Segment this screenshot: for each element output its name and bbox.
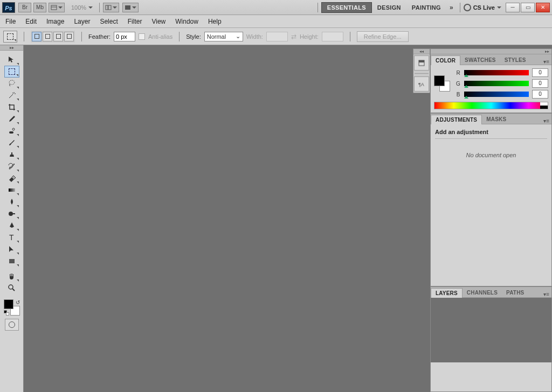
- menu-window[interactable]: Window: [175, 18, 198, 25]
- maximize-button[interactable]: ▭: [521, 3, 535, 12]
- more-workspaces-icon[interactable]: »: [450, 4, 453, 11]
- clone-stamp-tool[interactable]: [4, 149, 19, 160]
- healing-brush-tool[interactable]: [4, 125, 19, 137]
- history-panel-icon[interactable]: [414, 55, 429, 71]
- eraser-tool[interactable]: [4, 172, 19, 184]
- current-tool-preset[interactable]: [3, 31, 17, 43]
- r-value[interactable]: 0: [532, 68, 548, 77]
- color-swatch-pair[interactable]: [434, 75, 450, 92]
- brush-tool[interactable]: [4, 137, 19, 149]
- gradient-tool[interactable]: [4, 184, 19, 196]
- crop-tool[interactable]: [4, 101, 19, 113]
- type-tool[interactable]: T: [4, 232, 19, 243]
- screen-mode-dropdown[interactable]: [122, 3, 139, 12]
- eyedropper-tool[interactable]: [4, 113, 19, 125]
- tab-color[interactable]: COLOR: [431, 55, 460, 65]
- menu-filter[interactable]: Filter: [128, 18, 142, 25]
- menu-file[interactable]: File: [5, 18, 16, 25]
- menu-select[interactable]: Select: [100, 18, 118, 25]
- foreground-background-colors[interactable]: ↺: [4, 299, 20, 316]
- g-slider[interactable]: [464, 81, 529, 86]
- menu-layer[interactable]: Layer: [74, 18, 90, 25]
- svg-rect-2: [106, 5, 108, 10]
- menu-image[interactable]: Image: [46, 18, 64, 25]
- panel-menu-icon[interactable]: ▾≡: [543, 291, 549, 297]
- app-bar: Ps Br Mb 100% ESSENTIALS DESIGN PAINTING…: [0, 0, 552, 15]
- zoom-level[interactable]: 100%: [71, 4, 93, 11]
- style-value: Normal: [207, 33, 226, 40]
- g-label: G: [456, 81, 461, 87]
- panel-menu-icon[interactable]: ▾≡: [543, 59, 549, 65]
- tab-adjustments[interactable]: ADJUSTMENTS: [431, 115, 482, 124]
- move-tool[interactable]: [4, 54, 19, 66]
- minibridge-chip[interactable]: Mb: [33, 3, 46, 12]
- toolbox-collapse-handle[interactable]: ▸▸: [0, 45, 23, 51]
- r-slider[interactable]: [464, 70, 529, 75]
- arrange-documents-dropdown[interactable]: [103, 3, 119, 12]
- selection-new[interactable]: [32, 32, 42, 41]
- feather-input[interactable]: [114, 32, 135, 41]
- pen-tool[interactable]: [4, 220, 19, 232]
- collapsed-panel-dock: ◂◂ ¶A: [413, 48, 430, 93]
- tab-paths[interactable]: PATHS: [502, 288, 528, 297]
- swap-colors-icon[interactable]: ↺: [16, 299, 20, 305]
- bridge-chip[interactable]: Br: [18, 3, 31, 12]
- close-button[interactable]: ✕: [536, 3, 550, 12]
- tab-masks[interactable]: MASKS: [482, 115, 510, 124]
- tab-channels[interactable]: CHANNELS: [463, 288, 502, 297]
- fg-swatch[interactable]: [434, 75, 445, 86]
- selection-add[interactable]: [43, 32, 52, 41]
- minimize-button[interactable]: ─: [506, 3, 520, 12]
- rectangle-tool[interactable]: [4, 255, 19, 267]
- color-panel-handle[interactable]: ▸▸: [431, 49, 551, 54]
- svg-rect-6: [9, 131, 13, 134]
- swap-wh-icon: ⇄: [291, 33, 296, 40]
- separator: [179, 32, 180, 41]
- workspace-essentials[interactable]: ESSENTIALS: [321, 2, 372, 13]
- default-colors-icon[interactable]: [4, 310, 9, 316]
- foreground-color-swatch[interactable]: [4, 299, 13, 309]
- adjustments-panel-tabs: ADJUSTMENTS MASKS ▾≡: [431, 114, 551, 124]
- color-panel: ▸▸ COLOR SWATCHES STYLES ▾≡ R: [430, 48, 552, 113]
- cs-live-label: CS Live: [473, 4, 495, 11]
- blur-tool[interactable]: [4, 196, 19, 208]
- workspace-design[interactable]: DESIGN: [372, 2, 406, 13]
- style-select[interactable]: Normal⌄: [204, 32, 243, 41]
- menu-help[interactable]: Help: [208, 18, 222, 25]
- antialias-checkbox: [139, 33, 145, 40]
- refine-edge-button[interactable]: Refine Edge...: [357, 31, 409, 42]
- zoom-tool[interactable]: [4, 282, 19, 294]
- color-panel-tabs: COLOR SWATCHES STYLES ▾≡: [431, 54, 551, 65]
- view-extras-dropdown[interactable]: [49, 3, 65, 12]
- workspace-painting[interactable]: PAINTING: [406, 2, 446, 13]
- svg-rect-10: [12, 213, 15, 214]
- b-slider[interactable]: [464, 92, 529, 97]
- tab-styles[interactable]: STYLES: [500, 55, 530, 65]
- selection-intersect[interactable]: [64, 32, 74, 41]
- menu-edit[interactable]: Edit: [25, 18, 37, 25]
- g-value[interactable]: 0: [532, 79, 548, 88]
- lasso-tool[interactable]: [4, 78, 19, 89]
- path-selection-tool[interactable]: [4, 243, 19, 255]
- height-label: Height:: [300, 33, 319, 40]
- tab-swatches[interactable]: SWATCHES: [460, 55, 500, 65]
- selection-subtract[interactable]: [53, 32, 63, 41]
- hand-tool[interactable]: [4, 270, 19, 282]
- b-value[interactable]: 0: [532, 90, 548, 99]
- tab-layers[interactable]: LAYERS: [431, 288, 463, 298]
- cs-live-button[interactable]: CS Live: [464, 4, 501, 11]
- main-area: ▸▸ T ↺ ◂◂: [0, 45, 552, 392]
- history-brush-tool[interactable]: [4, 160, 19, 172]
- quick-mask-toggle[interactable]: [5, 319, 19, 331]
- svg-rect-8: [9, 188, 15, 192]
- menu-view[interactable]: View: [151, 18, 165, 25]
- marquee-tool[interactable]: [4, 66, 19, 78]
- panel-menu-icon[interactable]: ▾≡: [543, 118, 549, 124]
- color-spectrum-ramp[interactable]: [434, 102, 548, 109]
- options-bar: Feather: Anti-alias Style: Normal⌄ Width…: [0, 28, 552, 45]
- dock-expand-handle[interactable]: ◂◂: [413, 49, 430, 54]
- character-panel-icon[interactable]: ¶A: [414, 76, 429, 92]
- magic-wand-tool[interactable]: [4, 89, 19, 101]
- dodge-tool[interactable]: [4, 208, 19, 220]
- svg-rect-3: [108, 5, 111, 10]
